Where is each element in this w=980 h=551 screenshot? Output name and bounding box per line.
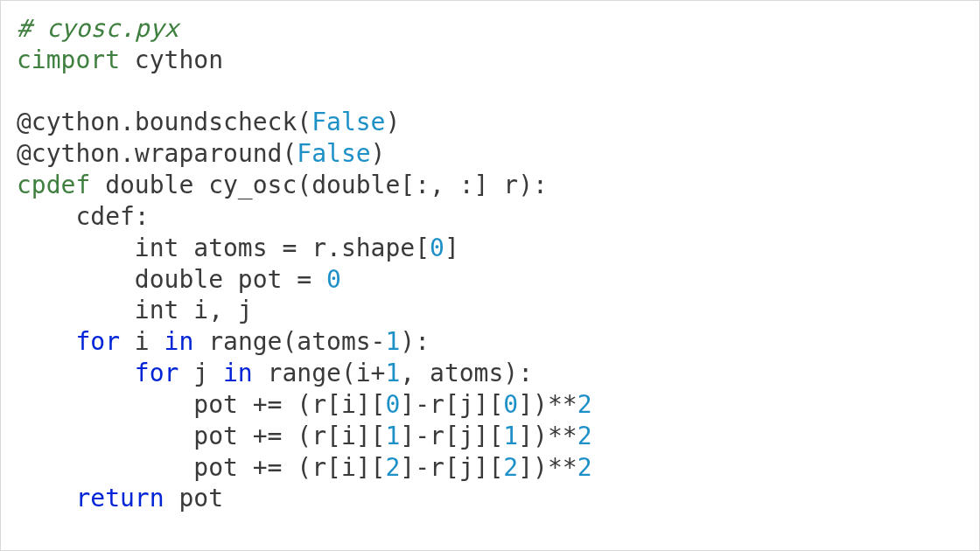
code-token: cython bbox=[120, 45, 223, 74]
code-token: ): bbox=[400, 327, 430, 356]
code-line: cpdef double cy_osc(double[:, :] r): bbox=[17, 170, 963, 201]
code-token: - bbox=[415, 422, 430, 450]
code-token: cimport bbox=[17, 45, 120, 74]
code-token: in bbox=[223, 359, 253, 387]
code-token: @cython bbox=[17, 139, 120, 168]
code-token: 1 bbox=[385, 422, 400, 450]
code-token: 2 bbox=[578, 390, 592, 419]
code-token: 0 bbox=[430, 234, 444, 262]
code-token: int i, j bbox=[135, 296, 253, 324]
code-token: = bbox=[297, 265, 326, 294]
code-token: (r[i][ bbox=[282, 422, 385, 450]
code-token: range(i bbox=[253, 359, 371, 387]
code-token: # cyosc.pyx bbox=[17, 14, 178, 43]
code-token: pot bbox=[193, 422, 252, 450]
code-token: ]) bbox=[518, 422, 548, 450]
code-token: - bbox=[415, 453, 430, 482]
code-token: . bbox=[326, 234, 341, 262]
code-token: pot bbox=[193, 453, 252, 482]
code-token: ] bbox=[400, 422, 415, 450]
code-token: ] bbox=[444, 234, 459, 262]
code-line: return pot bbox=[17, 483, 963, 514]
code-token: 1 bbox=[503, 422, 518, 450]
code-token: - bbox=[371, 327, 386, 356]
code-line: int i, j bbox=[17, 295, 963, 326]
code-line: cdef: bbox=[17, 201, 963, 233]
code-token: double cy_osc(double[:, :] r): bbox=[90, 171, 548, 199]
code-token: . bbox=[120, 108, 135, 136]
code-token: 2 bbox=[385, 453, 400, 482]
code-token: += bbox=[253, 390, 283, 419]
code-token: j bbox=[178, 359, 223, 387]
code-token: 1 bbox=[385, 359, 400, 387]
code-token: (r[i][ bbox=[282, 390, 385, 419]
code-token: cpdef bbox=[17, 171, 90, 199]
code-token: ** bbox=[548, 453, 578, 482]
code-block: # cyosc.pyxcimport cython @cython.bounds… bbox=[0, 0, 980, 551]
code-token: return bbox=[75, 484, 164, 513]
code-token: shape[ bbox=[341, 234, 430, 262]
code-line: @cython.wraparound(False) bbox=[17, 138, 963, 170]
code-token: @cython bbox=[17, 108, 120, 136]
code-token: ] bbox=[400, 390, 415, 419]
code-line: pot += (r[i][2]-r[j][2])**2 bbox=[17, 452, 963, 484]
code-line: double pot = 0 bbox=[17, 264, 963, 296]
code-token: ( bbox=[282, 139, 297, 168]
code-token: 0 bbox=[385, 390, 400, 419]
code-token: pot bbox=[193, 390, 252, 419]
code-token: += bbox=[253, 453, 283, 482]
code-token: - bbox=[415, 390, 430, 419]
code-token: ) bbox=[371, 139, 386, 168]
code-token: double pot bbox=[135, 265, 297, 294]
code-token: for bbox=[135, 359, 179, 387]
code-token: 2 bbox=[578, 422, 592, 450]
code-token: 0 bbox=[326, 265, 341, 294]
code-token: cdef: bbox=[75, 202, 149, 231]
code-token: 2 bbox=[503, 453, 518, 482]
code-token: ) bbox=[385, 108, 400, 136]
code-token: boundscheck bbox=[135, 108, 297, 136]
code-token: r[j][ bbox=[430, 390, 503, 419]
code-line: int atoms = r.shape[0] bbox=[17, 233, 963, 264]
code-token: 1 bbox=[385, 327, 400, 356]
code-token: = bbox=[282, 234, 312, 262]
code-line: # cyosc.pyx bbox=[17, 13, 963, 45]
code-token: 2 bbox=[578, 453, 592, 482]
code-token: ]) bbox=[518, 453, 548, 482]
code-token: False bbox=[312, 108, 385, 136]
code-token: False bbox=[297, 139, 370, 168]
code-token: wraparound bbox=[135, 139, 283, 168]
code-token: for bbox=[75, 327, 120, 356]
code-token: (r[i][ bbox=[282, 453, 385, 482]
code-token: ** bbox=[548, 422, 578, 450]
code-token: r[j][ bbox=[430, 453, 503, 482]
code-token: ** bbox=[548, 390, 578, 419]
code-token: ]) bbox=[518, 390, 548, 419]
code-line: @cython.boundscheck(False) bbox=[17, 107, 963, 138]
code-line: pot += (r[i][0]-r[j][0])**2 bbox=[17, 389, 963, 421]
code-line: pot += (r[i][1]-r[j][1])**2 bbox=[17, 421, 963, 452]
code-token: r bbox=[312, 234, 326, 262]
code-token: pot bbox=[164, 484, 223, 513]
code-line: for i in range(atoms-1): bbox=[17, 326, 963, 358]
code-line: cimport cython bbox=[17, 45, 963, 76]
code-token: += bbox=[253, 422, 283, 450]
code-token: range(atoms bbox=[193, 327, 370, 356]
code-token: + bbox=[371, 359, 386, 387]
code-token: , atoms): bbox=[400, 359, 533, 387]
code-token: int atoms bbox=[135, 234, 283, 262]
code-token: . bbox=[120, 139, 135, 168]
code-token: 0 bbox=[503, 390, 518, 419]
code-line: for j in range(i+1, atoms): bbox=[17, 358, 963, 389]
code-token: in bbox=[164, 327, 194, 356]
code-token: r[j][ bbox=[430, 422, 503, 450]
code-token: ] bbox=[400, 453, 415, 482]
code-token: ( bbox=[297, 108, 312, 136]
code-line bbox=[17, 76, 963, 108]
code-token: i bbox=[120, 327, 164, 356]
